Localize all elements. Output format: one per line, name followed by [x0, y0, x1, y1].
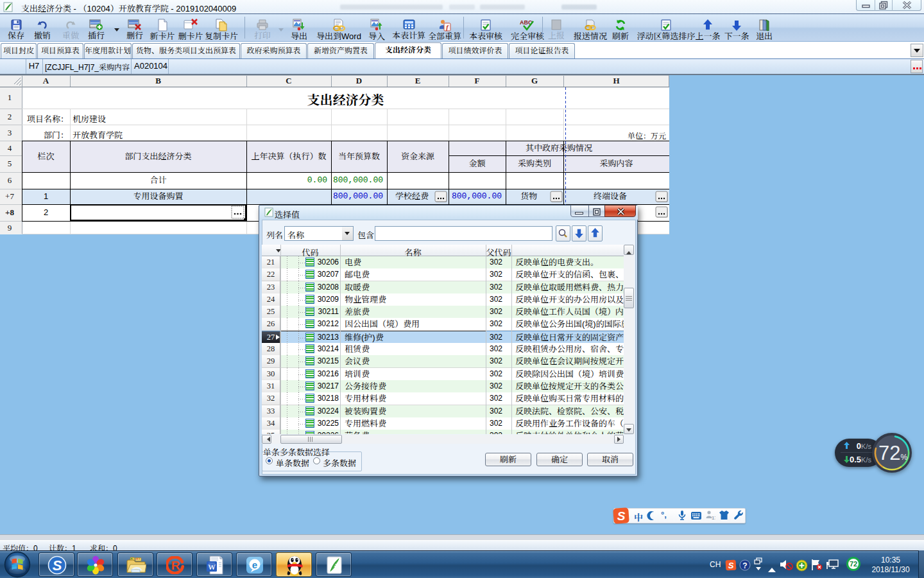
svg-text:R: R	[171, 559, 180, 572]
svg-text:?: ?	[742, 561, 747, 570]
svg-text:S: S	[53, 557, 62, 574]
svg-text:S: S	[728, 561, 734, 570]
svg-text:17: 17	[712, 515, 715, 521]
svg-text:e: e	[252, 559, 257, 570]
svg-text:S: S	[617, 509, 626, 523]
